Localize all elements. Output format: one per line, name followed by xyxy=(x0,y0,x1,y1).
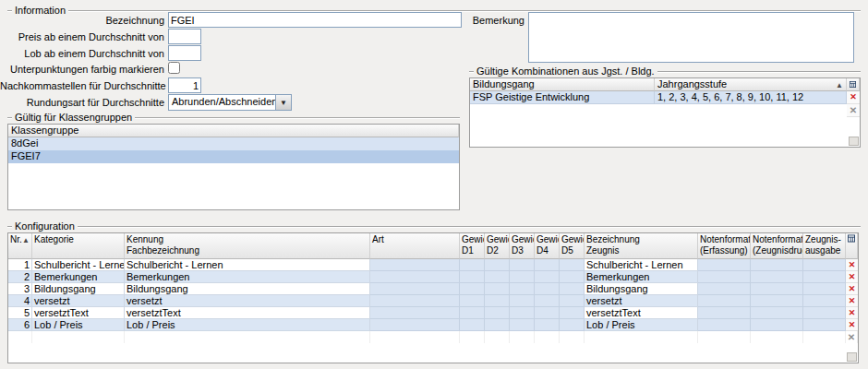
konfiguration-col-4[interactable]: Gewicht D1 xyxy=(460,233,485,259)
cell-d3[interactable] xyxy=(510,259,535,271)
cell-nr[interactable]: 2 xyxy=(8,271,32,283)
cell-art[interactable] xyxy=(370,295,460,307)
cell-bezeichnung[interactable]: Bildungsgang xyxy=(585,283,698,295)
cell-d1[interactable] xyxy=(460,271,485,283)
cell-nf_druck[interactable] xyxy=(751,295,803,307)
cell-nf_erfassung[interactable] xyxy=(698,295,751,307)
cell-nf_druck[interactable] xyxy=(751,319,803,331)
cell-nf_druck[interactable] xyxy=(751,283,803,295)
cell-d2[interactable] xyxy=(485,319,510,331)
cell-d3[interactable] xyxy=(510,295,535,307)
cell-art[interactable] xyxy=(370,283,460,295)
cell-d2[interactable] xyxy=(485,259,510,271)
cell-kategorie[interactable]: Schulbericht - Lernen xyxy=(32,259,125,271)
konfiguration-col-11[interactable]: Notenformat (Zeugnisdruck) xyxy=(751,233,803,259)
cell-d3[interactable] xyxy=(510,271,535,283)
delete-row-button[interactable]: ✕ xyxy=(846,259,858,271)
cell-kennung[interactable]: Bildungsgang xyxy=(125,283,370,295)
kombinationen-col-bildungsgang[interactable]: Bildungsgang xyxy=(470,78,655,91)
bemerkung-textarea[interactable] xyxy=(528,12,854,63)
unterpunktungen-checkbox[interactable] xyxy=(168,62,180,74)
delete-row-button[interactable]: ✕ xyxy=(846,283,858,295)
cell-d1[interactable] xyxy=(460,295,485,307)
cell-d4[interactable] xyxy=(535,307,560,319)
bezeichnung-input[interactable] xyxy=(168,12,462,28)
konfiguration-col-1[interactable]: Kategorie xyxy=(32,233,125,259)
cell-d5[interactable] xyxy=(560,319,585,331)
kombinationen-col-jahrgangsstufe[interactable]: Jahrgangsstufe ▲ xyxy=(655,78,847,91)
cell-d2[interactable] xyxy=(485,307,510,319)
cell-kennung[interactable]: versetzt xyxy=(125,295,370,307)
cell-d5[interactable] xyxy=(560,271,585,283)
clear-row-button[interactable]: ✕ xyxy=(847,104,860,117)
cell-nr[interactable]: 4 xyxy=(8,295,32,307)
cell-jahrgangsstufe[interactable]: 1, 2, 3, 4, 5, 6, 7, 8, 9, 10, 11, 12 xyxy=(655,91,847,104)
cell-d5[interactable] xyxy=(560,307,585,319)
cell-bezeichnung[interactable]: Lob / Preis xyxy=(585,319,698,331)
cell-d5[interactable] xyxy=(560,283,585,295)
cell-d4[interactable] xyxy=(535,295,560,307)
cell-d2[interactable] xyxy=(485,283,510,295)
cell-nf_druck[interactable] xyxy=(751,307,803,319)
cell-art[interactable] xyxy=(370,307,460,319)
cell-d2[interactable] xyxy=(485,271,510,283)
preis-input[interactable] xyxy=(168,29,201,44)
cell-d4[interactable] xyxy=(535,271,560,283)
delete-row-button[interactable]: ✕ xyxy=(846,271,858,283)
cell-d3[interactable] xyxy=(510,319,535,331)
cell-nf_druck[interactable] xyxy=(751,259,803,271)
cell-bildungsgang[interactable]: FSP Geistige Entwicklung xyxy=(470,91,655,104)
konfiguration-col-12[interactable]: Zeugnis- ausgabe xyxy=(803,233,846,259)
cell-d4[interactable] xyxy=(535,283,560,295)
cell-art[interactable] xyxy=(370,271,460,283)
cell-d3[interactable] xyxy=(510,307,535,319)
cell-d2[interactable] xyxy=(485,295,510,307)
rundungsart-select[interactable]: Abrunden/Abschneiden ▼ xyxy=(168,94,292,111)
cell-art[interactable] xyxy=(370,319,460,331)
cell-bezeichnung[interactable]: versetzt xyxy=(585,295,698,307)
delete-row-button[interactable]: ✕ xyxy=(846,319,858,331)
konfiguration-col-7[interactable]: Gewicht D4 xyxy=(535,233,560,259)
cell-kennung[interactable]: Bemerkungen xyxy=(125,271,370,283)
cell-d1[interactable] xyxy=(460,283,485,295)
table-settings-button[interactable] xyxy=(847,78,860,91)
clear-row-button[interactable]: ✕ xyxy=(846,331,858,343)
konfiguration-col-5[interactable]: Gewicht D2 xyxy=(485,233,510,259)
delete-row-button[interactable]: ✕ xyxy=(846,307,858,319)
cell-d3[interactable] xyxy=(510,283,535,295)
cell-bezeichnung[interactable]: Schulbericht - Lernen xyxy=(585,259,698,271)
konfiguration-col-0[interactable]: Nr.▲ xyxy=(8,233,32,259)
cell-ausgabe[interactable] xyxy=(803,259,846,271)
cell-kategorie[interactable]: Bildungsgang xyxy=(32,283,125,295)
cell-nr[interactable]: 6 xyxy=(8,319,32,331)
konfiguration-col-2[interactable]: Kennung Fachbezeichnung xyxy=(125,233,370,259)
cell-ausgabe[interactable] xyxy=(803,283,846,295)
cell-nf_erfassung[interactable] xyxy=(698,283,751,295)
cell-kategorie[interactable]: Lob / Preis xyxy=(32,319,125,331)
cell-ausgabe[interactable] xyxy=(803,307,846,319)
cell-nf_erfassung[interactable] xyxy=(698,259,751,271)
cell-d1[interactable] xyxy=(460,259,485,271)
klassengruppen-column-header[interactable]: Klassengruppe xyxy=(8,125,459,137)
cell-nr[interactable]: 3 xyxy=(8,283,32,295)
cell-d5[interactable] xyxy=(560,295,585,307)
cell-nr[interactable]: 1 xyxy=(8,259,32,271)
cell-art[interactable] xyxy=(370,259,460,271)
cell-kennung[interactable]: Lob / Preis xyxy=(125,319,370,331)
cell-bezeichnung[interactable]: versetztText xyxy=(585,307,698,319)
konfiguration-col-8[interactable]: Gewicht D5 xyxy=(560,233,585,259)
cell-ausgabe[interactable] xyxy=(803,295,846,307)
konfiguration-col-3[interactable]: Art xyxy=(370,233,460,259)
cell-kategorie[interactable]: versetztText xyxy=(32,307,125,319)
konfiguration-col-9[interactable]: Bezeichnung Zeugnis xyxy=(585,233,698,259)
klassengruppe-row[interactable]: 8dGei xyxy=(8,137,459,150)
delete-row-button[interactable]: ✕ xyxy=(847,91,860,104)
cell-kategorie[interactable]: Bemerkungen xyxy=(32,271,125,283)
cell-d1[interactable] xyxy=(460,307,485,319)
cell-kennung[interactable]: Schulbericht - Lernen xyxy=(125,259,370,271)
cell-ausgabe[interactable] xyxy=(803,271,846,283)
lob-input[interactable] xyxy=(168,45,201,61)
cell-nf_erfassung[interactable] xyxy=(698,271,751,283)
nachkommastellen-input[interactable] xyxy=(168,77,201,93)
cell-nf_erfassung[interactable] xyxy=(698,307,751,319)
